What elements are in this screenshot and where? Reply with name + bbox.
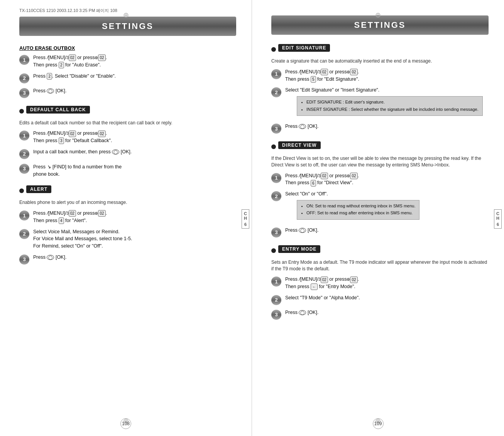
dv-step3: 3 Press ◯ [OK]. xyxy=(271,227,489,238)
dv-header-row: DIRECT VIEW xyxy=(271,141,489,152)
section-default-call-back: DEFAULT CALL BACK Edits a default call b… xyxy=(19,106,236,178)
dcb-step3-text: Press ↘ [FIND] to find a number from the… xyxy=(33,163,122,178)
ch-label-left: CH6 xyxy=(242,209,249,229)
dv-step1-circle: 1 xyxy=(271,173,281,183)
crosshair-top: ⊕ xyxy=(123,11,129,19)
al-step2-text: Select Voice Mail, Messages or Remind. F… xyxy=(33,228,132,250)
section-entry-mode: ENTRY MODE Sets an Entry Mode as a defau… xyxy=(271,245,489,320)
alert-desc: Enables phone to alert you of an incomin… xyxy=(19,199,236,206)
dv-info1: ON: Set to read msg without entering inb… xyxy=(306,203,415,209)
step1-text: Press /[MENU]/302 or press⊛02. Then pres… xyxy=(33,54,107,69)
left-header: SETTINGS xyxy=(19,17,236,36)
dv-step3-text: Press ◯ [OK]. xyxy=(285,227,318,234)
es-step1-circle: 1 xyxy=(271,69,281,79)
edit-sig-title: EDIT SIGNATURE xyxy=(278,44,330,52)
em-step3-circle: 3 xyxy=(271,310,281,320)
left-page: TX-110CCES 1210 2003.12.10 3:25 PM 페이지 1… xyxy=(0,0,252,436)
right-page: ⊕ SETTINGS EDIT SIGNATURE Create a signa… xyxy=(252,0,504,436)
step2-text: Press 2. Select "Disable" or "Enable". xyxy=(33,73,116,80)
al-step1-circle: 1 xyxy=(19,210,29,221)
dv-step2-text: Select "On" or "Off". ON: Set to read ms… xyxy=(285,190,419,223)
al-step3-text: Press ◯ [OK]. xyxy=(33,254,66,261)
alert-header-row: ALERT xyxy=(19,185,236,196)
em-step2: 2 Select "T9 Mode" or "Alpha Mode". xyxy=(271,294,489,305)
section-direct-view: DIRECT VIEW If the Direct View is set to… xyxy=(271,141,489,238)
es-step1-text: Press /[MENU]/302 or press⊛02. Then pres… xyxy=(285,68,359,83)
alert-step1: 1 Press /[MENU]/302 or press⊛02. Then pr… xyxy=(19,210,236,224)
dv-info2: OFF: Set to read msg after entering inbo… xyxy=(306,210,415,216)
es-step2: 2 Select "Edit Signature" or "Insert Sig… xyxy=(271,87,489,119)
auto-erase-title: AUTO ERASE OUTBOX xyxy=(19,45,236,51)
default-cb-step2: 2 Input a call back number, then press ◯… xyxy=(19,148,236,159)
em-step3: 3 Press ◯ [OK]. xyxy=(271,309,489,320)
em-step1-text: Press /[MENU]/302 or press⊛02. Then pres… xyxy=(285,276,359,290)
em-step1: 1 Press /[MENU]/302 or press⊛02. Then pr… xyxy=(271,276,489,290)
default-cb-header-row: DEFAULT CALL BACK xyxy=(19,106,236,117)
dv-step2-circle: 2 xyxy=(271,191,281,201)
es-step3-text: Press ◯ [OK]. xyxy=(285,123,318,130)
default-cb-desc: Edits a default call back number so that… xyxy=(19,120,236,126)
em-title: ENTRY MODE xyxy=(278,245,320,253)
dcb-step1-circle: 1 xyxy=(19,131,29,141)
auto-erase-step3: 3 Press ◯ [OK]. xyxy=(19,87,236,98)
dv-step3-circle: 3 xyxy=(271,227,281,238)
section-edit-signature: EDIT SIGNATURE Create a signature that c… xyxy=(271,44,489,134)
edit-sig-header-row: EDIT SIGNATURE xyxy=(271,44,489,55)
dv-title: DIRECT VIEW xyxy=(278,141,321,149)
step3-text: Press ◯ [OK]. xyxy=(33,87,66,95)
es-infobox: EDIT SIGNATURE : Edit user's signature. … xyxy=(297,96,483,116)
al-step2-circle: 2 xyxy=(19,229,29,239)
default-cb-step1: 1 Press /[MENU]/302 or press⊛02. Then pr… xyxy=(19,130,236,144)
dv-step2: 2 Select "On" or "Off". ON: Set to read … xyxy=(271,190,489,223)
es-step3: 3 Press ◯ [OK]. xyxy=(271,123,489,134)
alert-step2: 2 Select Voice Mail, Messages or Remind.… xyxy=(19,228,236,250)
em-step1-circle: 1 xyxy=(271,277,281,287)
step1-circle: 1 xyxy=(19,55,29,65)
section-alert: ALERT Enables phone to alert you of an i… xyxy=(19,185,236,265)
es-step2-text: Select "Edit Signature" or "Insert Signa… xyxy=(285,87,483,119)
em-header-row: ENTRY MODE xyxy=(271,245,489,256)
dcb-step2-text: Input a call back number, then press ◯ [… xyxy=(33,148,132,156)
dv-infobox: ON: Set to read msg without entering inb… xyxy=(297,200,419,220)
es-info1: EDIT SIGNATURE : Edit user's signature. xyxy=(306,99,479,105)
dcb-step1-text: Press /[MENU]/302 or press⊛02. Then pres… xyxy=(33,130,112,144)
dv-step1: 1 Press /[MENU]/302 or press⊛02. Then pr… xyxy=(271,172,489,187)
dv-bullet xyxy=(271,144,276,149)
em-step3-text: Press ◯ [OK]. xyxy=(285,309,318,316)
em-step2-text: Select "T9 Mode" or "Alpha Mode". xyxy=(285,294,360,302)
es-step1: 1 Press /[MENU]/302 or press⊛02. Then pr… xyxy=(271,68,489,83)
dv-desc: If the Direct View is set to on, the use… xyxy=(271,155,489,168)
step2-circle: 2 xyxy=(19,73,29,83)
default-cb-title: DEFAULT CALL BACK xyxy=(26,106,90,114)
dcb-step3-circle: 3 xyxy=(19,164,29,174)
em-bullet xyxy=(271,248,276,253)
al-step3-circle: 3 xyxy=(19,254,29,265)
es-info2: INSERT SIGNATURE : Select whether the si… xyxy=(306,106,479,113)
section-auto-erase: AUTO ERASE OUTBOX 1 Press /[MENU]/302 or… xyxy=(19,45,236,98)
al-step1-text: Press /[MENU]/302 or press⊛02. Then pres… xyxy=(33,210,107,224)
es-step2-circle: 2 xyxy=(271,87,281,97)
alert-bullet xyxy=(19,188,24,193)
edit-sig-bullet xyxy=(271,47,276,52)
default-cb-step3: 3 Press ↘ [FIND] to find a number from t… xyxy=(19,163,236,178)
auto-erase-step2: 2 Press 2. Select "Disable" or "Enable". xyxy=(19,73,236,83)
default-cb-bullet xyxy=(19,109,24,114)
step3-circle: 3 xyxy=(19,88,29,98)
left-page-number: 108 xyxy=(120,418,131,429)
auto-erase-step1: 1 Press /[MENU]/302 or press⊛02. Then pr… xyxy=(19,54,236,69)
right-page-number: 109 xyxy=(373,418,384,429)
alert-title: ALERT xyxy=(26,185,51,193)
es-step3-circle: 3 xyxy=(271,124,281,134)
dcb-step2-circle: 2 xyxy=(19,149,29,159)
ch-label-right: CH6 xyxy=(494,209,502,229)
alert-step3: 3 Press ◯ [OK]. xyxy=(19,254,236,265)
dv-step1-text: Press /[MENU]/302 or press⊛02. Then pres… xyxy=(285,172,359,187)
em-step2-circle: 2 xyxy=(271,295,281,305)
edit-sig-desc: Create a signature that can be automatic… xyxy=(271,58,489,64)
em-desc: Sets an Entry Mode as a default. The T9 … xyxy=(271,259,489,272)
crosshair-top-right: ⊕ xyxy=(375,11,381,19)
